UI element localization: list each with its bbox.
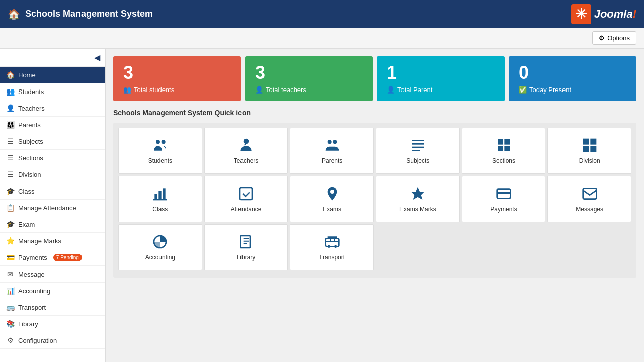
- stat-total-parents[interactable]: 1 👤 Total Parent: [377, 56, 505, 101]
- quick-item-transport[interactable]: Transport: [290, 224, 374, 270]
- quick-item-exams-label: Exams: [323, 206, 341, 213]
- quick-item-parents[interactable]: Parents: [290, 128, 374, 174]
- quick-item-payments-label: Payments: [490, 206, 517, 213]
- pending-badge: 7 Pending: [53, 254, 82, 261]
- library-quick-icon: [238, 234, 254, 250]
- division-sidebar-icon: ☰: [6, 170, 14, 178]
- quick-item-division[interactable]: Division: [547, 128, 631, 174]
- toolbar: ⚙ Options: [0, 28, 644, 49]
- message-sidebar-icon: ✉: [6, 270, 14, 278]
- students-label: 👥 Total students: [123, 86, 231, 94]
- present-stat-icon: ✅: [519, 86, 527, 94]
- sidebar-item-label: Sections: [18, 154, 43, 162]
- svg-rect-9: [498, 139, 503, 145]
- svg-marker-23: [411, 187, 425, 200]
- sidebar-item-attendance[interactable]: 📋 Manage Attendance: [0, 200, 105, 216]
- teachers-quick-icon: [238, 137, 254, 153]
- quick-row-1: Students Teachers Parents Subjects Secti…: [118, 128, 631, 174]
- attendance-sidebar-icon: 📋: [6, 204, 14, 212]
- sidebar-item-division[interactable]: ☰ Division: [0, 166, 105, 183]
- sidebar-item-accounting[interactable]: 📊 Accounting: [0, 283, 105, 299]
- library-sidebar-icon: 📚: [6, 320, 14, 328]
- joomla-logo: ✳ Joomla!: [571, 4, 636, 24]
- options-label: Options: [607, 34, 630, 42]
- examsmarks-quick-icon: [410, 186, 426, 202]
- sidebar-item-teachers[interactable]: 👤 Teachers: [0, 100, 105, 117]
- sidebar-item-label: Library: [18, 320, 38, 328]
- svg-point-30: [327, 245, 330, 248]
- svg-rect-15: [583, 146, 589, 152]
- students-stat-icon: 👥: [123, 86, 131, 94]
- stats-row: 3 👥 Total students 3 👤 Total teachers 1 …: [113, 56, 636, 101]
- messages-quick-icon: [582, 186, 598, 202]
- quick-item-teachers[interactable]: Teachers: [204, 128, 288, 174]
- quick-item-students-label: Students: [148, 157, 172, 164]
- sidebar-item-library[interactable]: 📚 Library: [0, 316, 105, 332]
- sidebar-item-marks[interactable]: ⭐ Manage Marks: [0, 233, 105, 249]
- sidebar-item-configuration[interactable]: ⚙ Configuration: [0, 332, 105, 349]
- home-icon: 🏠: [8, 8, 20, 20]
- app-title: Schools Management System: [25, 9, 153, 19]
- joomla-star-icon: ✳: [571, 4, 591, 24]
- options-button[interactable]: ⚙ Options: [592, 31, 636, 45]
- quick-item-sections[interactable]: Sections: [462, 128, 546, 174]
- payments-sidebar-icon: 💳: [6, 253, 14, 261]
- quick-item-attendance[interactable]: Attendance: [204, 176, 288, 222]
- sidebar-item-message[interactable]: ✉ Message: [0, 266, 105, 283]
- sidebar-item-transport[interactable]: 🚌 Transport: [0, 299, 105, 316]
- svg-rect-21: [240, 188, 252, 200]
- accounting-quick-icon: [152, 234, 168, 250]
- sidebar-item-payments[interactable]: 💳 Payments 7 Pending: [0, 249, 105, 266]
- quick-item-attendance-label: Attendance: [231, 206, 262, 213]
- sidebar-item-label: Accounting: [18, 287, 50, 295]
- teachers-label: 👤 Total teachers: [255, 86, 363, 94]
- sidebar-item-label: Teachers: [18, 105, 45, 112]
- transport-sidebar-icon: 🚌: [6, 303, 14, 311]
- content-area: 3 👥 Total students 3 👤 Total teachers 1 …: [106, 49, 644, 362]
- sidebar-item-parents[interactable]: 👨‍👩‍👧 Parents: [0, 117, 105, 133]
- marks-sidebar-icon: ⭐: [6, 237, 14, 245]
- quick-item-library[interactable]: Library: [204, 224, 288, 270]
- students-quick-icon: [152, 137, 168, 153]
- quick-item-accounting[interactable]: Accounting: [118, 224, 202, 270]
- subjects-quick-icon: [410, 137, 426, 153]
- students-count: 3: [123, 64, 231, 82]
- present-count: 0: [519, 64, 626, 82]
- main-layout: ◀ 🏠 Home 👥 Students 👤 Teachers 👨‍👩‍👧 Par…: [0, 49, 644, 362]
- sidebar-item-subjects[interactable]: ☰ Subjects: [0, 133, 105, 150]
- quick-item-exams[interactable]: Exams: [290, 176, 374, 222]
- quick-item-transport-label: Transport: [319, 254, 345, 261]
- quick-item-messages[interactable]: Messages: [547, 176, 631, 222]
- quick-item-subjects-label: Subjects: [406, 157, 429, 164]
- sidebar-item-sections[interactable]: ☰ Sections: [0, 150, 105, 166]
- quick-item-class[interactable]: Class: [118, 176, 202, 222]
- sidebar-item-home[interactable]: 🏠 Home: [0, 67, 105, 83]
- configuration-sidebar-icon: ⚙: [6, 336, 14, 344]
- quick-item-payments[interactable]: Payments: [462, 176, 546, 222]
- quick-item-examsmarks[interactable]: Exams Marks: [376, 176, 460, 222]
- svg-rect-11: [498, 146, 503, 151]
- accounting-sidebar-icon: 📊: [6, 287, 14, 295]
- stat-total-students[interactable]: 3 👥 Total students: [113, 56, 241, 101]
- division-quick-icon: [582, 137, 598, 153]
- quick-item-subjects[interactable]: Subjects: [376, 128, 460, 174]
- quick-row-3: Accounting Library Transport: [118, 224, 631, 270]
- exams-quick-icon: [324, 186, 340, 202]
- svg-point-1: [162, 140, 166, 144]
- svg-rect-18: [159, 191, 162, 199]
- stat-total-teachers[interactable]: 3 👤 Total teachers: [245, 56, 373, 101]
- sidebar-item-class[interactable]: 🎓 Class: [0, 183, 105, 200]
- collapse-button[interactable]: ◀: [94, 53, 100, 62]
- quick-item-students[interactable]: Students: [118, 128, 202, 174]
- sidebar-item-students[interactable]: 👥 Students: [0, 83, 105, 100]
- transport-quick-icon: [324, 234, 340, 250]
- stat-today-present[interactable]: 0 ✅ Today Present: [509, 56, 636, 101]
- sidebar-item-label: Subjects: [18, 138, 43, 145]
- quick-item-library-label: Library: [237, 254, 256, 261]
- quick-item-sections-label: Sections: [492, 157, 515, 164]
- svg-rect-5: [412, 140, 424, 141]
- svg-rect-29: [325, 238, 339, 246]
- svg-rect-25: [497, 192, 511, 194]
- sidebar-item-exam[interactable]: 🎓 Exam: [0, 216, 105, 233]
- subjects-sidebar-icon: ☰: [6, 137, 14, 145]
